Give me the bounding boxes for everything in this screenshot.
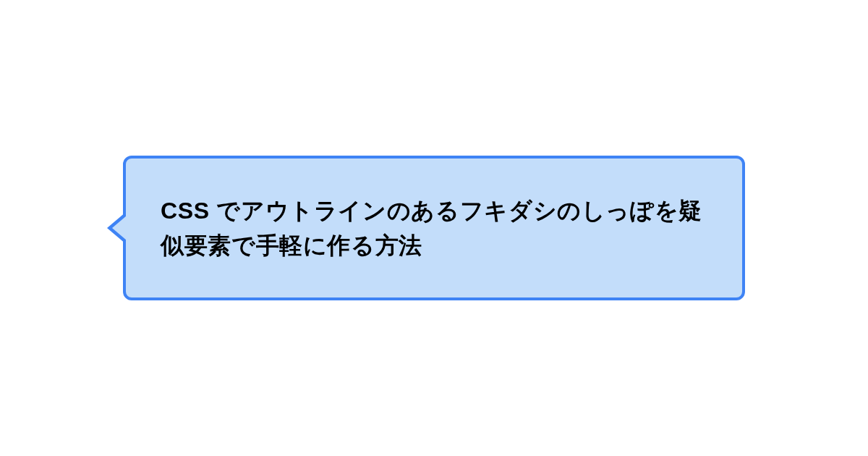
speech-bubble-text: CSS でアウトラインのあるフキダシのしっぽを疑似要素で手軽に作る方法 xyxy=(161,193,707,263)
speech-bubble: CSS でアウトラインのあるフキダシのしっぽを疑似要素で手軽に作る方法 xyxy=(123,156,745,300)
speech-bubble-container: CSS でアウトラインのあるフキダシのしっぽを疑似要素で手軽に作る方法 xyxy=(123,156,745,300)
